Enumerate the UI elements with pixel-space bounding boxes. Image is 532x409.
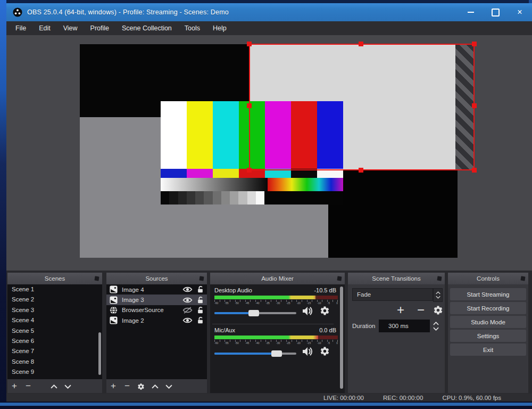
source-row[interactable]: Image 2 — [106, 315, 207, 325]
scene-item[interactable]: Scene 4 — [7, 315, 102, 325]
close-button[interactable]: × — [508, 3, 532, 21]
title-bar[interactable]: OBS 25.0.4 (64-bit, windows) - Profile: … — [6, 3, 532, 21]
source-row[interactable]: BrowserSource — [106, 305, 207, 315]
speaker-icon[interactable] — [302, 346, 314, 357]
remove-source-button[interactable]: − — [120, 379, 134, 393]
menu-tools[interactable]: Tools — [178, 24, 206, 32]
transition-select[interactable]: Fade — [352, 288, 433, 301]
source-up-button[interactable] — [148, 379, 162, 393]
maximize-button[interactable] — [483, 3, 508, 21]
pin-icon[interactable] — [520, 276, 525, 281]
resize-handle-top-middle[interactable] — [359, 42, 363, 46]
menu-edit[interactable]: Edit — [32, 24, 57, 32]
lock-icon[interactable] — [197, 316, 204, 324]
pin-icon[interactable] — [437, 276, 442, 281]
sources-toolbar: + − — [106, 379, 207, 393]
channel-settings-gear-icon[interactable] — [320, 346, 330, 356]
scene-item[interactable]: Scene 2 — [7, 295, 102, 305]
pin-icon[interactable] — [337, 276, 342, 281]
resize-handle-bottom-right[interactable] — [472, 168, 477, 173]
sources-panel-title: Sources — [145, 275, 168, 282]
desktop: OBS 25.0.4 (64-bit, windows) - Profile: … — [0, 0, 532, 409]
pin-icon[interactable] — [199, 276, 204, 281]
cpu-fps: CPU: 0.9%, 60.00 fps — [442, 395, 501, 401]
transition-properties-gear-icon[interactable] — [433, 305, 443, 315]
visibility-eye-icon[interactable] — [182, 286, 193, 293]
source-row[interactable]: Image 4 — [106, 284, 207, 295]
lock-icon[interactable] — [197, 285, 204, 293]
scene-item[interactable]: Scene 6 — [7, 336, 102, 346]
visibility-hidden-eye-icon[interactable] — [182, 307, 193, 314]
menu-profile[interactable]: Profile — [84, 24, 115, 32]
slider-knob[interactable] — [248, 310, 259, 316]
obs-logo-icon — [13, 7, 22, 17]
resize-handle-bottom-left[interactable] — [247, 168, 252, 173]
source-selection-outline[interactable] — [249, 44, 475, 170]
resize-handle-middle-right[interactable] — [472, 103, 477, 108]
duration-value: 300 ms — [379, 323, 409, 329]
lock-icon[interactable] — [197, 306, 204, 314]
start-streaming-button[interactable]: Start Streaming — [450, 288, 526, 300]
scene-item[interactable]: Scene 7 — [7, 346, 102, 356]
resize-handle-bottom-middle[interactable] — [359, 168, 363, 173]
divider — [212, 324, 334, 324]
duration-spinner[interactable] — [431, 320, 440, 332]
menu-view[interactable]: View — [57, 24, 84, 32]
visibility-eye-icon[interactable] — [182, 297, 193, 304]
menu-help[interactable]: Help — [206, 24, 233, 32]
exit-button[interactable]: Exit — [450, 343, 526, 356]
resize-handle-top-right[interactable] — [472, 42, 477, 46]
add-scene-button[interactable]: + — [7, 379, 21, 393]
source-name: BrowserSource — [122, 307, 182, 313]
lock-icon[interactable] — [197, 296, 204, 304]
preview-canvas[interactable] — [6, 35, 532, 271]
menu-file[interactable]: File — [9, 24, 32, 32]
audio-mixer-title: Audio Mixer — [261, 275, 294, 282]
speaker-icon[interactable] — [302, 306, 314, 316]
scene-item[interactable]: Scene 5 — [7, 326, 102, 336]
source-down-button[interactable] — [162, 379, 176, 393]
rec-time: REC: 00:00:00 — [383, 395, 423, 401]
canvas-black-region-bottom — [328, 169, 458, 258]
scene-item[interactable]: Scene 3 — [7, 305, 102, 315]
sources-list: Image 4 Image 3 BrowserSource — [106, 284, 207, 379]
resize-handle-top-left[interactable] — [247, 42, 252, 46]
add-transition-button[interactable]: + — [397, 302, 404, 317]
scene-item[interactable]: Scene 8 — [7, 357, 102, 367]
volume-slider[interactable] — [214, 353, 296, 355]
scene-transitions-header[interactable]: Scene Transitions — [348, 273, 445, 284]
minimize-button[interactable] — [459, 3, 483, 21]
studio-mode-button[interactable]: Studio Mode — [450, 316, 526, 328]
duration-input[interactable]: 300 ms — [379, 320, 430, 332]
controls-title: Controls — [477, 275, 500, 282]
gradient-row — [161, 178, 343, 191]
menu-scene-collection[interactable]: Scene Collection — [115, 24, 178, 32]
mixer-scrollbar[interactable] — [340, 287, 343, 389]
channel-settings-gear-icon[interactable] — [320, 306, 330, 316]
window-title: OBS 25.0.4 (64-bit, windows) - Profile: … — [27, 9, 229, 16]
source-properties-button[interactable] — [134, 379, 148, 393]
pin-icon[interactable] — [94, 276, 99, 281]
scene-down-button[interactable] — [61, 379, 74, 393]
settings-button[interactable]: Settings — [450, 330, 526, 342]
resize-handle-middle-left[interactable] — [247, 103, 252, 108]
source-row-selected[interactable]: Image 3 — [106, 295, 207, 305]
audio-mixer-header[interactable]: Audio Mixer — [210, 273, 345, 284]
visibility-eye-icon[interactable] — [182, 317, 193, 324]
controls-header[interactable]: Controls — [448, 273, 528, 284]
rainbow-gradient — [268, 178, 343, 191]
remove-transition-button[interactable]: − — [417, 302, 425, 317]
slider-knob[interactable] — [271, 350, 282, 357]
scenes-scrollbar[interactable] — [98, 332, 101, 375]
scene-item[interactable]: Scene 9 — [7, 367, 102, 377]
transition-select-spinner[interactable] — [433, 288, 443, 302]
channel-name: Desktop Audio — [214, 287, 252, 293]
start-recording-button[interactable]: Start Recording — [450, 302, 526, 314]
scene-item[interactable]: Scene 1 — [7, 284, 102, 295]
volume-slider[interactable] — [214, 312, 296, 314]
sources-panel-header[interactable]: Sources — [106, 273, 207, 284]
scene-up-button[interactable] — [47, 379, 61, 393]
scenes-panel-header[interactable]: Scenes — [7, 273, 102, 284]
remove-scene-button[interactable]: − — [21, 379, 35, 393]
add-source-button[interactable]: + — [106, 379, 120, 393]
